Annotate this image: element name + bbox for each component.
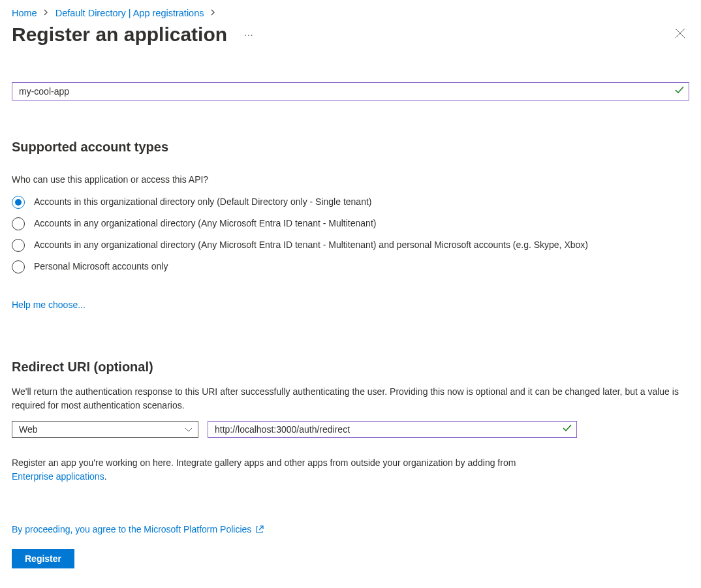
- radio-icon: [12, 260, 25, 273]
- radio-multitenant[interactable]: Accounts in any organizational directory…: [12, 217, 689, 230]
- platform-select[interactable]: Web: [12, 421, 198, 438]
- radio-personal-only[interactable]: Personal Microsoft accounts only: [12, 260, 689, 273]
- platform-policies-link[interactable]: By proceeding, you agree to the Microsof…: [12, 524, 264, 534]
- external-link-icon: [255, 525, 264, 534]
- radio-label: Accounts in any organizational directory…: [34, 238, 689, 252]
- redirect-uri-input[interactable]: [208, 421, 577, 438]
- radio-multitenant-personal[interactable]: Accounts in any organizational directory…: [12, 238, 689, 252]
- page-title: Register an application: [12, 23, 227, 46]
- radio-label: Personal Microsoft accounts only: [34, 260, 689, 273]
- enterprise-hint-text: Register an app you're working on here. …: [12, 457, 516, 468]
- account-types-question: Who can use this application or access t…: [12, 173, 689, 186]
- app-name-input[interactable]: [12, 82, 689, 101]
- radio-icon: [12, 217, 25, 230]
- platform-select-value: Web: [19, 424, 38, 435]
- breadcrumb-directory[interactable]: Default Directory | App registrations: [55, 8, 204, 18]
- close-icon[interactable]: [671, 24, 689, 46]
- app-name-field-wrap: [12, 82, 689, 101]
- help-me-choose-link[interactable]: Help me choose...: [12, 300, 86, 310]
- chevron-right-icon: [44, 8, 49, 18]
- radio-single-tenant[interactable]: Accounts in this organizational director…: [12, 195, 689, 209]
- redirect-uri-heading: Redirect URI (optional): [12, 360, 689, 375]
- bottom-bar: By proceeding, you agree to the Microsof…: [0, 503, 701, 588]
- enterprise-applications-link[interactable]: Enterprise applications: [12, 471, 104, 482]
- register-button[interactable]: Register: [12, 549, 74, 568]
- radio-label: Accounts in this organizational director…: [34, 195, 689, 209]
- chevron-right-icon: [211, 8, 216, 18]
- radio-icon: [12, 196, 25, 209]
- redirect-uri-desc: We'll return the authentication response…: [12, 385, 689, 412]
- more-icon[interactable]: ···: [241, 27, 257, 42]
- enterprise-hint: Register an app you're working on here. …: [12, 456, 689, 484]
- platform-policies-text: By proceeding, you agree to the Microsof…: [12, 524, 251, 534]
- redirect-uri-row: Web: [12, 421, 689, 438]
- page-header: Register an application ···: [12, 23, 689, 46]
- radio-label: Accounts in any organizational directory…: [34, 217, 689, 230]
- chevron-down-icon: [185, 424, 193, 435]
- account-types-heading: Supported account types: [12, 140, 689, 155]
- check-icon: [675, 85, 684, 97]
- breadcrumb-home[interactable]: Home: [12, 8, 37, 18]
- breadcrumb: Home Default Directory | App registratio…: [12, 8, 689, 18]
- check-icon: [563, 424, 572, 435]
- radio-icon: [12, 239, 25, 252]
